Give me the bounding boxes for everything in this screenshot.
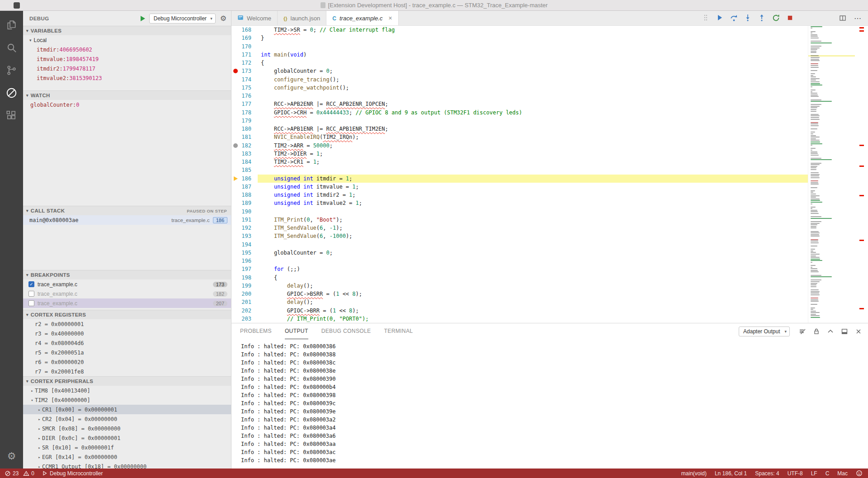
code-line[interactable]: 174 configure_tracing(); <box>231 76 808 84</box>
register-row[interactable]: r7 = 0x20001fe8 <box>23 367 231 376</box>
breakpoint-gutter[interactable] <box>231 208 240 216</box>
breakpoint-gutter[interactable] <box>231 274 240 282</box>
output-log[interactable]: Info : halted: PC: 0x08000386Info : halt… <box>231 339 868 469</box>
variable-row[interactable]: itmvalue: 1898457419 <box>23 54 231 64</box>
tab-welcome[interactable]: Welcome <box>231 11 278 25</box>
debug-status[interactable]: Debug Microcontroller <box>42 470 103 477</box>
breakpoint-checkbox[interactable]: ✓ <box>28 281 34 287</box>
breakpoint-gutter[interactable] <box>231 265 240 273</box>
status-item-mac[interactable]: Mac <box>837 470 848 477</box>
panel-layout-icon[interactable] <box>840 327 849 336</box>
breakpoint-gutter[interactable] <box>231 51 240 59</box>
code-line[interactable]: 186 unsigned int itmdir = 1; <box>231 175 808 183</box>
more-actions-icon[interactable]: ⋯ <box>854 14 862 23</box>
status-item-ln[interactable]: Ln 186, Col 1 <box>715 470 747 477</box>
cortex-registers-section-header[interactable]: ▾ CORTEX REGISTERS <box>23 310 231 319</box>
peripheral-row[interactable]: ▸SR [0x10] = 0x0000001f <box>23 443 231 452</box>
breakpoint-gutter[interactable] <box>231 315 240 323</box>
clear-output-icon[interactable] <box>798 327 807 336</box>
code-line[interactable]: 181 NVIC_EnableIRQ(TIM2_IRQn); <box>231 133 808 141</box>
panel-tab-output[interactable]: OUTPUT <box>285 323 308 339</box>
code-line[interactable]: 175 configure_watchpoint(); <box>231 84 808 92</box>
code-editor[interactable]: 168 TIM2->SR = 0; // Clear interrupt fla… <box>231 26 868 323</box>
continue-icon[interactable] <box>716 14 724 22</box>
register-row[interactable]: r2 = 0x00000001 <box>23 319 231 329</box>
breakpoint-gutter[interactable] <box>231 166 240 174</box>
code-line[interactable]: 171int main(void) <box>231 51 808 59</box>
code-line[interactable]: 203 // ITM_Print(0, "PORT0"); <box>231 315 808 323</box>
code-line[interactable]: 169} <box>231 34 808 42</box>
explorer-icon[interactable] <box>0 14 23 36</box>
breakpoint-gutter[interactable] <box>231 224 240 232</box>
status-item-utf-8[interactable]: UTF-8 <box>788 470 803 477</box>
breakpoint-gutter[interactable] <box>231 298 240 306</box>
code-line[interactable]: 170 <box>231 43 808 51</box>
expand-icon[interactable]: ▸ <box>37 464 42 469</box>
breakpoint-gutter[interactable] <box>231 109 240 117</box>
breakpoint-checkbox[interactable] <box>28 300 34 306</box>
breakpoint-checkbox[interactable] <box>28 291 34 297</box>
expand-icon[interactable]: ▸ <box>37 445 42 450</box>
code-line[interactable]: 196 <box>231 257 808 265</box>
breakpoint-gutter[interactable] <box>231 34 240 42</box>
code-line[interactable]: 178 GPIOC->CRH = 0x44444433; // GPIOC 8 … <box>231 109 808 117</box>
panel-tab-terminal[interactable]: TERMINAL <box>384 323 413 339</box>
scroll-lock-icon[interactable] <box>812 327 821 336</box>
code-line[interactable]: 182 TIM2->ARR = 50000; <box>231 142 808 150</box>
code-line[interactable]: 183 TIM2->DIER = 1; <box>231 150 808 158</box>
expand-icon[interactable]: ▸ <box>37 417 42 421</box>
breakpoint-row[interactable]: trace_example.c207 <box>23 298 231 308</box>
expand-icon[interactable]: ▾ <box>29 398 35 402</box>
close-tab-icon[interactable]: × <box>388 14 392 22</box>
breakpoint-gutter[interactable] <box>231 183 240 191</box>
breakpoint-gutter[interactable] <box>231 84 240 92</box>
code-line[interactable]: 192 ITM_SendValue(6, -1); <box>231 224 808 232</box>
code-line[interactable]: 197 for (;;) <box>231 265 808 273</box>
peripheral-row[interactable]: ▸EGR [0x14] = 0x00000000 <box>23 452 231 462</box>
breakpoint-gutter[interactable] <box>231 150 240 158</box>
code-line[interactable]: 194 <box>231 241 808 249</box>
feedback-smiley-icon[interactable] <box>856 470 863 477</box>
expand-icon[interactable]: ▸ <box>37 455 42 459</box>
breakpoint-row[interactable]: ✓trace_example.c173 <box>23 279 231 289</box>
variable-row[interactable]: itmvalue2: 3815390123 <box>23 73 231 83</box>
step-over-icon[interactable] <box>730 14 738 22</box>
code-line[interactable]: 185 <box>231 166 808 174</box>
debug-config-select[interactable]: Debug Microcontroller ▾ <box>149 14 216 24</box>
code-line[interactable]: 184 TIM2->CR1 = 1; <box>231 158 808 166</box>
breakpoint-gutter[interactable] <box>231 307 240 315</box>
step-into-icon[interactable] <box>744 14 752 22</box>
breakpoint-gutter[interactable] <box>231 175 240 183</box>
maximize-panel-icon[interactable] <box>826 327 835 336</box>
variable-row[interactable]: itmdir: 4066950602 <box>23 45 231 54</box>
breakpoint-gutter[interactable] <box>231 76 240 84</box>
breakpoint-gutter[interactable] <box>231 241 240 249</box>
status-item-c[interactable]: C <box>826 470 830 477</box>
variable-row[interactable]: itmdir2: 1799478117 <box>23 64 231 73</box>
debug-icon[interactable] <box>0 81 23 104</box>
breakpoint-gutter[interactable] <box>231 100 240 108</box>
code-line[interactable]: 188 unsigned int itmdir2 = 1; <box>231 191 808 199</box>
expand-icon[interactable]: ▸ <box>37 436 42 440</box>
source-control-icon[interactable] <box>0 59 23 81</box>
breakpoint-gutter[interactable] <box>231 133 240 141</box>
register-row[interactable]: r6 = 0x00000020 <box>23 357 231 367</box>
register-row[interactable]: r5 = 0x2000051a <box>23 348 231 357</box>
code-line[interactable]: 193 ITM_SendValue(6, -1000); <box>231 232 808 240</box>
code-line[interactable]: 191 ITM_Print(0, "Boot"); <box>231 216 808 224</box>
cortex-peripherals-section-header[interactable]: ▾ CORTEX PERIPHERALS <box>23 376 231 386</box>
tab-trace_example-c[interactable]: Ctrace_example.c× <box>326 11 398 25</box>
code-line[interactable]: 187 unsigned int itmvalue = 1; <box>231 183 808 191</box>
breakpoint-gutter[interactable] <box>231 92 240 100</box>
breakpoint-gutter[interactable] <box>231 199 240 207</box>
code-line[interactable]: 198 { <box>231 274 808 282</box>
settings-gear-icon[interactable]: ⚙ <box>7 450 16 462</box>
stack-frame-row[interactable]: main@0x080003aetrace_example.c186 <box>23 215 231 225</box>
code-line[interactable]: 200 GPIOC->BSRR = (1 << 8); <box>231 290 808 298</box>
breakpoints-section-header[interactable]: ▾ BREAKPOINTS <box>23 270 231 279</box>
code-line[interactable]: 180 RCC->APB1ENR |= RCC_APB1ENR_TIM2EN; <box>231 125 808 133</box>
minimap[interactable] <box>808 26 855 323</box>
breakpoint-gutter[interactable] <box>231 158 240 166</box>
watch-section-header[interactable]: ▾ WATCH <box>23 90 231 100</box>
status-item-spaces[interactable]: Spaces: 4 <box>755 470 779 477</box>
